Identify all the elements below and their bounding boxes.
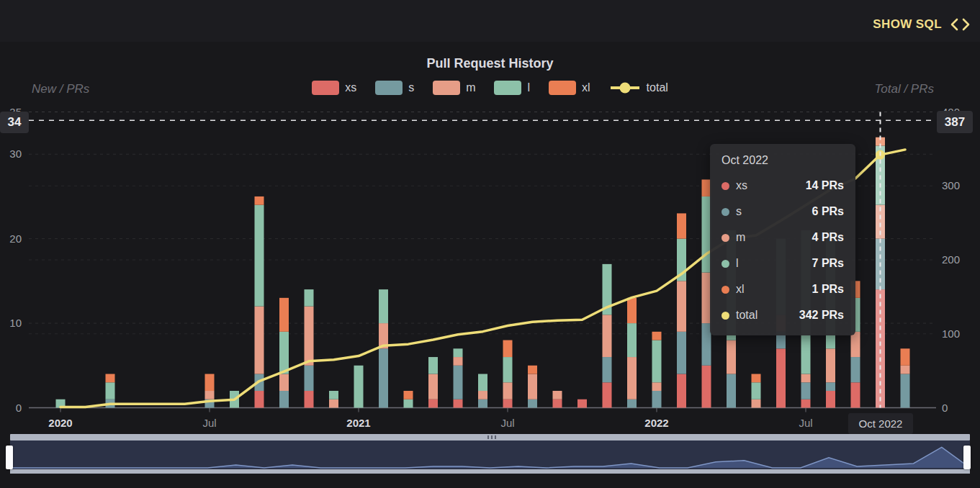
datazoom-data-shadow [10,440,970,469]
bar-segment [503,340,513,357]
tooltip-row: m 4 PRs [721,225,844,250]
tooltip-series-label: xl [736,283,745,296]
bar-segment [379,348,388,407]
bar-segment [677,281,686,331]
svg-text:0: 0 [942,402,948,414]
crosshair-x-axis-badge: Oct 2022 [848,413,913,434]
bar-segment [752,399,761,408]
bar-segment [478,374,487,391]
tooltip-series-value: 7 PRs [812,257,844,270]
bar-segment [652,332,662,340]
bar-segment [305,366,314,391]
tooltip-series-label: l [736,257,739,270]
bar-segment [901,348,910,365]
series-dot-icon [721,182,729,190]
bar-segment [454,366,463,399]
grip-icon [487,435,496,439]
bar-segment [503,399,513,408]
bar-segment [305,289,314,306]
datazoom-bottom-rail[interactable] [10,469,970,474]
datazoom-move-handle[interactable] [10,434,970,440]
bar-segment [901,374,910,408]
tooltip-series-value: 4 PRs [812,231,844,244]
datazoom-right-handle[interactable] [963,446,971,469]
bar-segment [279,332,289,374]
page: SHOW SQL Pull Request History New / PRs … [0,0,980,488]
datazoom-panel[interactable] [10,440,970,469]
bar-segment [677,332,686,374]
chart-tooltip: Oct 2022 xs 14 PRs s 6 PRs m 4 PRs l 7 P… [710,144,855,335]
bar-segment [205,391,215,399]
bar-segment [404,399,413,408]
bar-segment [627,399,637,408]
bar-segment [279,298,289,332]
svg-text:Jul: Jul [500,417,514,429]
bar-segment [752,374,761,383]
bar-segment [106,382,115,399]
bar-segment [454,357,463,366]
bar-segment [553,399,562,408]
bar-segment [106,374,115,383]
tooltip-series-label: total [736,309,758,322]
svg-text:20: 20 [9,232,22,245]
series-dot-icon [721,260,729,268]
bar-segment [305,307,314,366]
datazoom-slider [10,434,970,474]
bar-segment [627,298,637,323]
tooltip-series-value: 6 PRs [812,205,844,218]
bar-segment [826,391,835,407]
bar-segment [702,366,711,408]
bar-segment [205,374,215,391]
bar-segment [652,391,662,407]
bar-segment [851,332,860,357]
bar-segment [652,340,662,383]
bar-segment [851,382,860,407]
svg-text:300: 300 [942,179,960,191]
bar-segment [603,315,612,357]
bar-segment [627,357,637,399]
tooltip-title: Oct 2022 [721,154,844,167]
bar-segment [627,323,637,357]
bar-segment [428,374,438,399]
bar-segment [801,382,811,399]
tooltip-series-label: m [736,231,745,244]
bar-segment [826,348,835,382]
bar-segment [255,196,264,205]
tooltip-series-value: 14 PRs [806,179,844,192]
bar-segment [354,366,364,408]
bar-segment [255,307,264,374]
bar-segment [255,391,264,407]
svg-text:Jul: Jul [202,417,216,429]
datazoom-left-handle[interactable] [6,446,13,469]
tooltip-row: xl 1 PRs [721,276,844,302]
svg-text:2022: 2022 [644,417,668,429]
series-dot-icon [721,208,729,216]
bar-segment [603,357,612,382]
tooltip-series-value: 342 PRs [799,309,844,322]
bar-segment [503,382,513,399]
svg-text:10: 10 [9,317,22,329]
svg-text:100: 100 [942,327,960,340]
bar-segment [379,289,388,323]
bar-segment [652,382,662,391]
bar-segment [752,382,761,399]
bar-segment [677,213,686,238]
svg-text:200: 200 [942,253,960,266]
series-dot-icon [721,234,729,242]
bar-segment [255,205,264,307]
bar-segment [428,399,438,408]
bar-segment [305,391,314,407]
tooltip-row: total 342 PRs [721,302,844,328]
bar-segment [677,374,686,408]
bar-segment [528,374,537,399]
bar-segment [603,382,612,407]
svg-text:2020: 2020 [48,417,72,429]
bar-segment [404,391,413,399]
bar-segment [279,391,289,407]
bar-segment [478,391,487,399]
svg-text:2021: 2021 [346,417,370,429]
svg-text:Jul: Jul [799,417,812,429]
bar-segment [801,374,811,383]
tooltip-row: xs 14 PRs [721,173,844,199]
bar-segment [329,399,338,408]
